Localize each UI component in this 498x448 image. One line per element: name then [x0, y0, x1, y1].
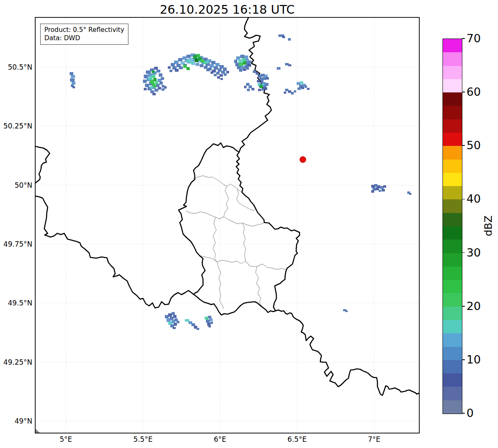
radar-echo-cell [215, 63, 220, 66]
colorbar-tick [462, 38, 465, 39]
radar-echo-cell [70, 78, 75, 82]
radar-echo-cell [285, 89, 288, 91]
radar-echo-cell [170, 317, 174, 320]
product-line: Product: 0.5° Reflectivity [44, 26, 124, 34]
radar-echo-cell [165, 315, 169, 318]
radar-echo-cell [173, 315, 176, 318]
radar-echo-cell [288, 38, 291, 41]
colorbar-tick [462, 359, 465, 360]
y-tick-label: 49.5°N [0, 300, 32, 307]
colorbar-tick-label: 40 [467, 193, 481, 204]
colorbar-segment [443, 346, 462, 360]
radar-echo-cell [161, 77, 164, 80]
radar-echo-cell [191, 323, 195, 326]
radar-echo-cell [162, 88, 164, 91]
radar-figure: { "title": "26.10.2025 16:18 UTC", "info… [0, 0, 498, 448]
radar-echo-cell [186, 67, 190, 70]
colorbar-tick [462, 145, 465, 146]
radar-echo-cell [162, 85, 164, 87]
radar-echo-cell [258, 75, 261, 77]
radar-echo-cell [173, 327, 176, 329]
radar-echo-cell [284, 92, 286, 94]
colorbar-unit-label: dBZ [482, 216, 494, 236]
plot-background [35, 17, 419, 433]
colorbar-segment [443, 213, 462, 226]
radar-echo-cell [282, 36, 285, 38]
colorbar-segment [443, 65, 462, 79]
radar-site-marker [300, 157, 306, 163]
radar-echo-cell [376, 187, 379, 190]
radar-echo-cell [223, 68, 227, 71]
radar-echo-cell [244, 86, 247, 88]
radar-echo-cell [196, 63, 199, 66]
radar-echo-cell [346, 310, 348, 312]
radar-echo-cell [159, 73, 162, 77]
radar-echo-cell [253, 70, 256, 73]
radar-echo-cell [206, 69, 210, 71]
radar-echo-cell [206, 320, 210, 323]
radar-echo-cell [239, 69, 242, 72]
radar-echo-cell [144, 88, 147, 90]
radar-echo-cell [264, 75, 268, 77]
radar-echo-cell [294, 90, 296, 92]
radar-echo-cell [187, 63, 191, 67]
radar-echo-cell [152, 75, 155, 78]
radar-echo-cell [305, 85, 307, 88]
colorbar-tick [462, 413, 465, 414]
radar-echo-cell [160, 82, 163, 85]
radar-echo-cell [174, 318, 178, 321]
radar-echo-cell [374, 184, 377, 187]
radar-echo-cell [372, 188, 376, 191]
colorbar-segment [443, 146, 462, 160]
radar-echo-cell [210, 71, 213, 74]
radar-echo-cell [206, 61, 209, 63]
radar-echo-cell [371, 190, 374, 193]
radar-echo-cell [237, 66, 241, 69]
radar-echo-cell [220, 78, 223, 80]
radar-echo-cell [224, 73, 227, 76]
radar-echo-cell [380, 186, 384, 189]
y-tick-label: 49.75°N [0, 241, 32, 248]
y-tick-label: 49°N [0, 418, 32, 425]
radar-echo-cell [251, 88, 254, 90]
radar-echo-cell [183, 65, 187, 68]
radar-echo-cell [204, 66, 208, 69]
radar-echo-cell [256, 72, 259, 75]
radar-echo-cell [236, 56, 240, 60]
radar-echo-cell [285, 63, 289, 65]
radar-echo-cell [277, 67, 280, 70]
radar-echo-cell [178, 58, 182, 61]
radar-echo-cell [209, 318, 213, 321]
radar-echo-cell [154, 85, 157, 87]
radar-echo-cell [164, 86, 167, 89]
colorbar-tick [462, 306, 465, 307]
radar-echo-cell [71, 75, 75, 78]
radar-echo-cell [216, 72, 220, 75]
colorbar-segment [443, 240, 462, 253]
radar-echo-cell [226, 71, 229, 73]
radar-echo-cell [221, 71, 225, 74]
radar-echo-cell [243, 68, 246, 71]
y-tick-label: 49.25°N [0, 359, 32, 366]
radar-echo-cell [203, 61, 206, 64]
colorbar-tick-label: 20 [467, 300, 481, 312]
colorbar-segment [443, 333, 462, 347]
radar-echo-cell [154, 67, 158, 70]
radar-echo-cell [174, 61, 179, 64]
radar-echo-cell [297, 87, 301, 90]
radar-echo-cell [200, 64, 203, 67]
radar-echo-cell [382, 189, 385, 191]
colorbar-segment [443, 133, 462, 146]
colorbar-segment [443, 39, 462, 53]
colorbar-segment [443, 172, 462, 186]
colorbar [442, 39, 462, 414]
radar-echo-cell [170, 324, 174, 327]
radar-echo-cell [179, 66, 183, 69]
colorbar-segment [443, 266, 462, 280]
radar-echo-cell [266, 77, 269, 80]
radar-echo-cell [214, 66, 218, 70]
radar-echo-cell [158, 87, 161, 90]
radar-echo-cell [195, 58, 198, 62]
radar-echo-cell [246, 83, 249, 86]
colorbar-segment [443, 159, 462, 173]
